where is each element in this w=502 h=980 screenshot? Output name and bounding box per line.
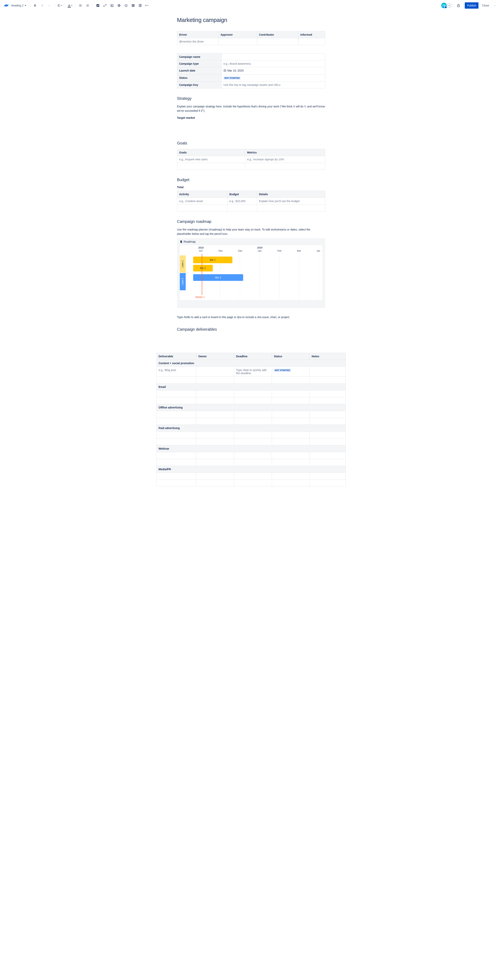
more-actions-button[interactable]: ··· xyxy=(492,2,498,9)
strategy-body[interactable]: Explain your campaign strategy here. Inc… xyxy=(177,104,325,113)
cell[interactable] xyxy=(310,438,346,445)
cell[interactable] xyxy=(310,431,346,438)
cell[interactable] xyxy=(234,479,272,486)
cell[interactable] xyxy=(272,452,310,459)
value-campaign-type[interactable]: e.g., Brand awareness xyxy=(222,60,325,67)
goals-sample-goal[interactable]: e.g., Acquire new users xyxy=(177,156,245,163)
raci-approver-cell[interactable] xyxy=(218,38,257,45)
budget-sample-budget[interactable]: e.g., $10,000 xyxy=(227,197,257,204)
roadmap-body[interactable]: Use the roadmap planner (/roadmap) to he… xyxy=(177,228,325,236)
raci-informed-cell[interactable] xyxy=(298,38,325,45)
strategy-heading[interactable]: Strategy xyxy=(177,96,325,101)
cell[interactable] xyxy=(310,397,346,404)
cell[interactable] xyxy=(310,452,346,459)
goals-sample-metric[interactable]: e.g., Increase signups by 10% xyxy=(245,156,325,163)
roadmap-bar2[interactable]: Bar 2 xyxy=(193,265,213,272)
deliv-sample-owner[interactable] xyxy=(196,366,234,377)
text-color-button[interactable]: A xyxy=(67,2,73,9)
value-campaign-name[interactable] xyxy=(222,54,325,60)
cell[interactable] xyxy=(272,411,310,418)
budget-empty-cell[interactable] xyxy=(257,204,325,211)
roadmap-bar1[interactable]: Bar 1 xyxy=(193,256,233,263)
link-button[interactable] xyxy=(102,2,108,9)
cell[interactable] xyxy=(196,411,234,418)
cell[interactable] xyxy=(156,438,196,445)
deliv-section-email[interactable]: Email xyxy=(156,383,346,390)
cell[interactable] xyxy=(310,473,346,479)
cell[interactable] xyxy=(310,411,346,418)
cell[interactable] xyxy=(272,431,310,438)
cell[interactable] xyxy=(310,418,346,425)
cell[interactable] xyxy=(196,452,234,459)
cell[interactable] xyxy=(272,473,310,479)
align-button[interactable] xyxy=(56,2,63,9)
budget-total-label[interactable]: Total: xyxy=(177,186,325,189)
deliv-sample-status[interactable]: NOT STARTED xyxy=(272,366,310,377)
more-formatting-button[interactable]: ··· xyxy=(46,2,53,9)
cell[interactable] xyxy=(234,390,272,397)
budget-empty-cell[interactable] xyxy=(177,204,227,211)
cell[interactable] xyxy=(234,397,272,404)
cell[interactable] xyxy=(272,479,310,486)
cell[interactable] xyxy=(156,479,196,486)
page-title[interactable]: Marketing campaign xyxy=(177,17,325,23)
campaign-details-table[interactable]: Campaign name Campaign type e.g., Brand … xyxy=(177,53,325,88)
cell[interactable] xyxy=(156,431,196,438)
cell[interactable] xyxy=(234,377,272,383)
goals-heading[interactable]: Goals xyxy=(177,141,325,145)
goals-empty-cell[interactable] xyxy=(245,163,325,170)
image-button[interactable] xyxy=(109,2,115,9)
raci-table[interactable]: Driver Approver Contributor Informed @me… xyxy=(177,31,325,45)
deliv-section-offline[interactable]: Offline advertising xyxy=(156,404,346,411)
roadmap-heading[interactable]: Campaign roadmap xyxy=(177,220,325,224)
budget-heading[interactable]: Budget xyxy=(177,178,325,182)
emoji-button[interactable] xyxy=(123,2,129,9)
value-campaign-key[interactable]: Use this key to tag campaign assets and … xyxy=(222,81,325,88)
cell[interactable] xyxy=(196,473,234,479)
deliv-sample-notes[interactable] xyxy=(310,366,346,377)
cell[interactable] xyxy=(196,397,234,404)
cell[interactable] xyxy=(272,459,310,466)
cell[interactable] xyxy=(310,390,346,397)
cell[interactable] xyxy=(156,459,196,466)
budget-sample-details[interactable]: Explain how you'll use the budget xyxy=(257,197,325,204)
value-launch-date[interactable]: Mar 19, 2020 xyxy=(222,67,325,75)
cell[interactable] xyxy=(234,411,272,418)
deliverables-heading[interactable]: Campaign deliverables xyxy=(177,327,325,332)
restrictions-button[interactable] xyxy=(455,2,462,9)
insert-menu-button[interactable]: + xyxy=(144,2,150,9)
cell[interactable] xyxy=(272,397,310,404)
close-button[interactable]: Close xyxy=(480,2,491,9)
cell[interactable] xyxy=(272,390,310,397)
budget-table[interactable]: Activity Budget Details e.g., Creative a… xyxy=(177,191,325,212)
table-button[interactable] xyxy=(130,2,136,9)
cell[interactable] xyxy=(234,438,272,445)
cell[interactable] xyxy=(234,418,272,425)
raci-driver-cell[interactable]: @mention the driver xyxy=(177,38,218,45)
cell[interactable] xyxy=(272,377,310,383)
deliv-section-content[interactable]: Content + social promotion xyxy=(156,360,346,366)
cell[interactable] xyxy=(156,390,196,397)
italic-button[interactable]: I xyxy=(39,2,45,9)
cell[interactable] xyxy=(310,479,346,486)
raci-contributor-cell[interactable] xyxy=(257,38,298,45)
cell[interactable] xyxy=(156,452,196,459)
cell[interactable] xyxy=(156,418,196,425)
cell[interactable] xyxy=(272,418,310,425)
cell[interactable] xyxy=(234,452,272,459)
deliv-section-media[interactable]: Media/PR xyxy=(156,466,346,473)
mention-button[interactable] xyxy=(116,2,122,9)
numbered-list-button[interactable]: 123 xyxy=(84,2,91,9)
roadmap-bar3[interactable]: Bar 3 xyxy=(193,274,243,281)
cell[interactable] xyxy=(196,377,234,383)
cell[interactable] xyxy=(156,397,196,404)
target-market-label[interactable]: Target market xyxy=(177,116,325,119)
cell[interactable] xyxy=(234,459,272,466)
cell[interactable] xyxy=(196,438,234,445)
heading-selector[interactable]: Heading 2 xyxy=(10,2,28,9)
bullet-list-button[interactable] xyxy=(77,2,83,9)
cell[interactable] xyxy=(196,459,234,466)
deliv-sample-deadline[interactable]: Type /date to quickly add the deadline xyxy=(234,366,272,377)
cell[interactable] xyxy=(234,473,272,479)
add-collaborator-button[interactable]: + xyxy=(447,3,451,8)
